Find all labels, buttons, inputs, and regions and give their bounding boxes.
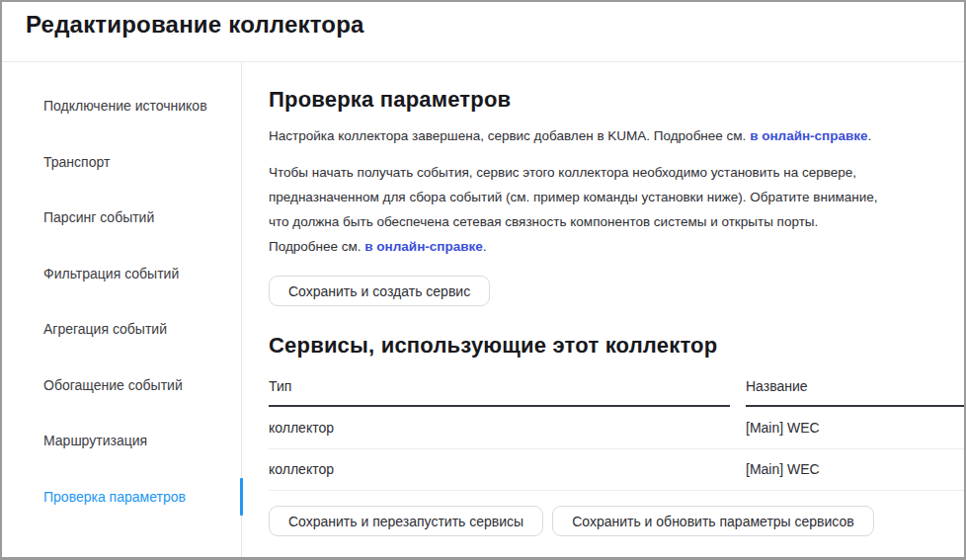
body: Подключение источников Транспорт Парсинг… [2, 62, 964, 557]
paragraph-text: Настройка коллектора завершена, сервис д… [269, 128, 750, 143]
paragraph-setup-complete: Настройка коллектора завершена, сервис д… [269, 126, 964, 146]
sidebar-item-event-parsing[interactable]: Парсинг событий [2, 190, 241, 246]
sidebar-item-event-filtering[interactable]: Фильтрация событий [2, 246, 241, 302]
paragraph-line: что должна быть обеспечена сетевая связн… [269, 209, 925, 234]
page-title: Редактирование коллектора [26, 11, 964, 39]
paragraph-suffix: . [868, 128, 872, 143]
bottom-button-bar: Сохранить и перезапустить сервисы Сохран… [269, 506, 964, 536]
main-content: Проверка параметров Настройка коллектора… [242, 62, 964, 557]
sidebar-item-transport[interactable]: Транспорт [2, 134, 241, 191]
sidebar-item-routing[interactable]: Маршрутизация [2, 413, 241, 469]
column-header-type: Тип [269, 378, 730, 407]
table-header-row: Тип Название [269, 378, 964, 407]
collector-edit-window: Редактирование коллектора Подключение ис… [0, 0, 966, 560]
online-help-link[interactable]: в онлайн-справке [750, 128, 867, 143]
sidebar-item-setup-validation[interactable]: Проверка параметров [2, 469, 241, 525]
titlebar: Редактирование коллектора [2, 2, 964, 62]
cell-service-name: [Main] WEC [746, 461, 964, 477]
section-heading-validation: Проверка параметров [269, 87, 964, 113]
paragraph-line: Чтобы начать получать события, сервис эт… [269, 160, 925, 185]
cell-service-type: коллектор [269, 461, 746, 477]
sidebar-item-source-connection[interactable]: Подключение источников [2, 78, 241, 134]
column-header-name: Название [746, 378, 964, 407]
wizard-step-sidebar: Подключение источников Транспорт Парсинг… [2, 62, 242, 557]
paragraph-text: Подробнее см. [269, 239, 364, 254]
paragraph-line: предназначенном для сбора событий (см. п… [269, 185, 925, 209]
save-and-restart-services-button[interactable]: Сохранить и перезапустить сервисы [269, 506, 543, 536]
online-help-link[interactable]: в онлайн-справке [364, 239, 482, 254]
cell-service-name: [Main] WEC [746, 420, 964, 436]
save-and-create-service-button[interactable]: Сохранить и создать сервис [269, 276, 490, 306]
paragraph-suffix: . [483, 239, 487, 254]
sidebar-item-event-enrichment[interactable]: Обогащение событий [2, 358, 241, 414]
sidebar-item-event-aggregation[interactable]: Агрегация событий [2, 301, 241, 358]
services-table: Тип Название коллектор [Main] WEC коллек… [269, 378, 964, 491]
table-row[interactable]: коллектор [Main] WEC [269, 449, 964, 492]
cell-service-type: коллектор [269, 420, 746, 436]
save-and-update-service-params-button[interactable]: Сохранить и обновить параметры сервисов [552, 506, 874, 536]
section-heading-services: Сервисы, использующие этот коллектор [269, 333, 964, 359]
paragraph-line-last: Подробнее см. в онлайн-справке. [269, 234, 925, 259]
paragraph-install-instructions: Чтобы начать получать события, сервис эт… [269, 160, 964, 259]
table-row[interactable]: коллектор [Main] WEC [269, 407, 964, 449]
